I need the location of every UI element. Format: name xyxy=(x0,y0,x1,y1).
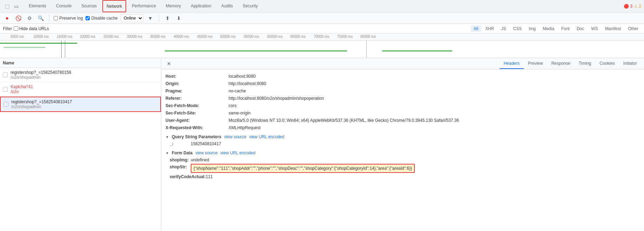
request-checkbox[interactable] xyxy=(4,102,8,107)
header-key: Sec-Fetch-Site: xyxy=(165,110,229,116)
request-checkbox[interactable] xyxy=(3,87,8,92)
tick-75000: 75000 ms xyxy=(337,35,353,38)
download-icon[interactable]: ⬇ xyxy=(175,14,183,22)
request-sub-name: /o2o/shopadmin xyxy=(11,75,71,80)
view-url-encoded-link[interactable]: view URL encoded xyxy=(249,134,284,139)
tab-console[interactable]: Console xyxy=(52,0,76,12)
details-tabs: ✕ Headers Preview Response Timing Cookie… xyxy=(161,58,644,69)
upload-icon[interactable]: ⬆ xyxy=(163,14,172,22)
requests-header: Name xyxy=(0,58,161,68)
timeline-marker-right xyxy=(366,41,367,58)
tab-application[interactable]: Application xyxy=(187,0,216,12)
tab-response[interactable]: Response xyxy=(547,58,575,69)
disable-cache-checkbox[interactable] xyxy=(86,16,90,20)
preserve-log-label[interactable]: Preserve log xyxy=(54,16,83,21)
tab-network[interactable]: Network xyxy=(102,0,126,12)
header-value: same-origin xyxy=(229,110,251,116)
form-view-source-link[interactable]: view source xyxy=(195,150,217,155)
query-value: 1582540810417 xyxy=(191,141,221,147)
header-key: Origin: xyxy=(165,80,229,87)
collapse-triangle-icon: ▼ xyxy=(165,135,169,139)
clear-button[interactable]: 🚫 xyxy=(14,14,22,22)
form-data-section-header[interactable]: ▼ Form Data view source view URL encoded xyxy=(165,150,640,155)
header-value: Mozilla/5.0 (Windows NT 10.0; Win64; x64… xyxy=(229,117,459,124)
query-param-row: _: 1582540810417 xyxy=(170,141,640,147)
filter-js[interactable]: JS xyxy=(499,26,509,32)
tick-80000: 80000 ms xyxy=(360,35,376,38)
tick-25000: 25000 ms xyxy=(103,35,119,38)
request-item[interactable]: registershop?_=1582540780156 /o2o/shopad… xyxy=(0,68,161,82)
view-source-link[interactable]: view source xyxy=(224,134,246,139)
close-details-button[interactable]: ✕ xyxy=(164,59,174,68)
tick-30000: 30000 ms xyxy=(127,35,142,38)
timeline-marker-purple xyxy=(65,41,65,58)
filter-media[interactable]: Media xyxy=(540,26,557,32)
request-item[interactable]: Kaptcha?41 /o2o xyxy=(0,82,161,97)
tab-headers[interactable]: Headers xyxy=(500,58,524,69)
query-key: _: xyxy=(170,141,191,147)
filter-button[interactable]: ⚙ xyxy=(25,14,34,22)
tab-sources[interactable]: Sources xyxy=(77,0,101,12)
hide-data-urls-checkbox[interactable] xyxy=(14,26,18,31)
filter-label-text: Filter xyxy=(3,26,12,31)
timeline-bars xyxy=(0,41,644,58)
inspect-icon[interactable]: ⬚ xyxy=(3,2,11,10)
request-name: registershop?_=1582540810417 /o2o/shopad… xyxy=(11,99,72,109)
throttle-select[interactable]: Online xyxy=(121,14,143,22)
tab-cookies[interactable]: Cookies xyxy=(595,58,619,69)
device-icon[interactable]: ▭ xyxy=(12,2,20,10)
tab-memory[interactable]: Memory xyxy=(162,0,185,12)
filter-xhr[interactable]: XHR xyxy=(482,26,497,32)
form-data-label: Form Data xyxy=(172,150,192,155)
header-value: http://localhost:8080 xyxy=(229,80,266,87)
tab-elements[interactable]: Elements xyxy=(25,0,50,12)
filter-manifest[interactable]: Manifest xyxy=(602,26,624,32)
tab-audits[interactable]: Audits xyxy=(217,0,237,12)
form-view-url-encoded-link[interactable]: view URL encoded xyxy=(221,150,256,155)
header-value: no-cache xyxy=(229,88,246,94)
request-checkbox[interactable] xyxy=(3,72,8,77)
tab-initiator[interactable]: Initiator xyxy=(619,58,641,69)
separator2 xyxy=(159,15,159,22)
filter-all[interactable]: All xyxy=(471,26,481,32)
requests-list[interactable]: registershop?_=1582540780156 /o2o/shopad… xyxy=(0,68,161,231)
disable-cache-label[interactable]: Disable cache xyxy=(86,16,117,21)
filter-other[interactable]: Other xyxy=(625,26,641,32)
timeline-ruler: 5000 ms 10000 ms 15000 ms 20000 ms 25000… xyxy=(0,34,644,41)
network-toolbar: ● 🚫 ⚙ 🔍 Preserve log Disable cache Onlin… xyxy=(0,13,644,24)
form-key: shopStr: xyxy=(170,164,191,173)
header-key: X-Requested-With: xyxy=(165,125,229,131)
filter-font[interactable]: Font xyxy=(558,26,572,32)
request-sub-name: /o2o xyxy=(11,89,33,94)
header-key: Host: xyxy=(165,73,229,79)
request-sub-name: /o2o/shopadmin xyxy=(11,104,72,109)
header-row-host: Host: localhost:8080 xyxy=(165,73,640,79)
header-row-sec-fetch-mode: Sec-Fetch-Mode: cors xyxy=(165,103,640,109)
separator1 xyxy=(49,15,49,22)
form-param-row-shopstr: shopStr: {"shopName":"111","shopAddr":""… xyxy=(170,164,640,173)
devtools-header: ⬚ ▭ Elements Console Sources Network Per… xyxy=(0,0,644,13)
query-string-section-header[interactable]: ▼ Query String Parameters view source vi… xyxy=(165,134,640,139)
request-item-selected[interactable]: registershop?_=1582540810417 /o2o/shopad… xyxy=(0,97,161,112)
throttle-dropdown-icon[interactable]: ▼ xyxy=(146,14,155,22)
search-button[interactable]: 🔍 xyxy=(36,14,45,22)
form-key: verifyCodeActual: xyxy=(170,174,206,180)
request-main-name: Kaptcha?41 xyxy=(11,84,33,89)
tab-security[interactable]: Security xyxy=(238,0,262,12)
header-row-origin: Origin: http://localhost:8080 xyxy=(165,80,640,87)
error-count: 🔴 3 xyxy=(624,4,632,9)
timeline-bar-2 xyxy=(11,43,32,44)
disable-cache-text: Disable cache xyxy=(91,16,117,21)
record-button[interactable]: ● xyxy=(3,14,11,22)
tab-preview[interactable]: Preview xyxy=(524,58,547,69)
filter-css[interactable]: CSS xyxy=(510,26,525,32)
filter-ws[interactable]: WS xyxy=(588,26,601,32)
preserve-log-checkbox[interactable] xyxy=(54,16,58,20)
filter-img[interactable]: Img xyxy=(526,26,538,32)
header-value: XMLHttpRequest xyxy=(229,125,260,131)
filter-doc[interactable]: Doc xyxy=(574,26,587,32)
tab-performance[interactable]: Performance xyxy=(128,0,160,12)
tab-timing[interactable]: Timing xyxy=(575,58,596,69)
warn-count: ⚠ 2 xyxy=(634,4,641,9)
tick-20000: 20000 ms xyxy=(80,35,95,38)
